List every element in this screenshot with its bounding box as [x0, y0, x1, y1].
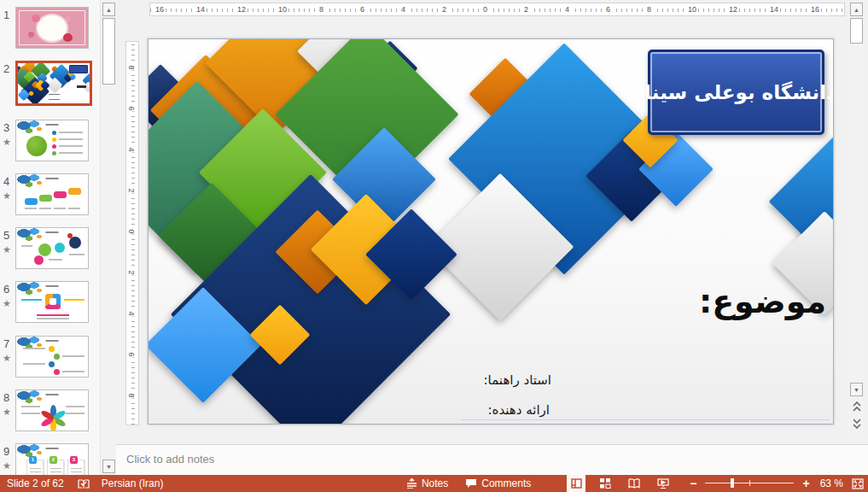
slide-4-art — [16, 174, 88, 214]
zoom-percentage[interactable]: 63 % — [820, 477, 843, 489]
notes-pane[interactable]: Click to add notes — [116, 444, 868, 475]
slide-5-art — [16, 228, 88, 268]
thumbnail-slide-1[interactable]: 1 — [0, 7, 100, 52]
slide-number: 4 — [3, 175, 9, 188]
animation-star-icon: ★ — [3, 244, 11, 255]
slide-number: 2 — [3, 62, 9, 75]
thumbnail-slide-4[interactable]: 4 ★ — [0, 173, 100, 219]
university-logo-text: دانشگاه بوعلی سینا — [644, 81, 834, 103]
scroll-down-button[interactable]: ▼ — [850, 383, 863, 396]
notes-toggle-button[interactable]: Notes — [406, 477, 448, 489]
normal-view-button[interactable] — [567, 475, 585, 492]
presenter-text[interactable]: ارائه دهنده: — [488, 402, 550, 418]
slide-1-art — [16, 8, 88, 48]
slide-9-art: 1 2 3 — [16, 444, 88, 475]
slide-thumbnail-pane: 1 2 — [0, 0, 100, 475]
fit-slide-to-window-button[interactable] — [852, 478, 864, 489]
notes-icon — [406, 478, 417, 489]
slide-number: 5 — [3, 229, 9, 242]
thumbnail-scrollbar-thumb[interactable] — [102, 18, 115, 85]
thumbnail-slide-6[interactable]: 6 ★ — [0, 281, 100, 326]
slide-editing-canvas[interactable]: دانشگاه بوعلی سینا موضوع: استاد راهنما: … — [148, 38, 834, 425]
status-bar: Slide 2 of 62 Persian (Iran) Notes — [0, 475, 868, 492]
slide-3-art — [16, 120, 88, 161]
animation-star-icon: ★ — [3, 190, 11, 202]
supervisor-text[interactable]: استاد راهنما: — [484, 372, 551, 388]
scroll-up-button[interactable]: ▲ — [850, 3, 863, 16]
next-slide-button[interactable] — [850, 417, 863, 430]
animation-star-icon: ★ — [3, 137, 11, 148]
slide-number: 6 — [3, 283, 9, 296]
slide-number: 7 — [3, 337, 9, 350]
horizontal-ruler: 1614121086420246810121416 — [149, 3, 845, 16]
comments-toggle-button[interactable]: Comments — [465, 477, 531, 489]
language-indicator[interactable]: Persian (Iran) — [102, 477, 164, 489]
slide-6-preview[interactable] — [15, 281, 89, 323]
mini-logo — [69, 65, 88, 73]
notes-placeholder-text[interactable]: Click to add notes — [126, 453, 214, 466]
previous-slide-button[interactable] — [850, 400, 863, 413]
university-logo[interactable]: دانشگاه بوعلی سینا — [648, 50, 824, 135]
slide-3-preview[interactable] — [15, 120, 89, 161]
slide-sorter-view-button[interactable] — [596, 475, 615, 492]
powerpoint-window: 1 2 — [0, 0, 868, 492]
animation-star-icon: ★ — [3, 298, 11, 309]
thumbnail-scroll-down-button[interactable]: ▼ — [102, 460, 115, 473]
animation-star-icon: ★ — [3, 407, 11, 418]
slide-9-preview[interactable]: 1 2 3 — [15, 443, 89, 475]
vertical-ruler: 864202468 — [125, 41, 139, 425]
spellcheck-icon[interactable] — [78, 478, 90, 489]
mini-card-badge: 3 — [70, 456, 78, 464]
slide-show-button[interactable] — [654, 475, 673, 492]
zoom-in-button[interactable]: + — [799, 477, 813, 490]
slide-number: 8 — [3, 391, 9, 404]
slide-2-art — [18, 63, 90, 103]
slide-number: 9 — [3, 445, 9, 458]
zoom-slider[interactable] — [705, 475, 794, 492]
slide-number: 3 — [3, 121, 9, 134]
slide-8-art — [16, 390, 88, 430]
reading-view-button[interactable] — [625, 475, 644, 492]
thumbnail-slide-9[interactable]: 9 ★ 1 2 — [0, 443, 100, 475]
thumbnail-slide-5[interactable]: 5 ★ — [0, 227, 100, 272]
slide-number: 1 — [3, 9, 9, 21]
main-scrollbar[interactable]: ▲ ▼ — [848, 0, 865, 444]
slide-counter[interactable]: Slide 2 of 62 — [7, 477, 64, 489]
slide-5-preview[interactable] — [15, 227, 89, 269]
thumbnail-scrollbar[interactable]: ▲ ▼ — [100, 0, 116, 475]
zoom-out-button[interactable]: − — [686, 477, 700, 490]
slide-1-preview[interactable] — [15, 7, 89, 49]
zoom-slider-thumb[interactable] — [731, 478, 734, 488]
thumbnail-slide-7[interactable]: 7 ★ — [0, 336, 100, 381]
thumbnail-slide-2[interactable]: 2 — [0, 61, 100, 109]
thumbnail-slide-8[interactable]: 8 ★ — [0, 390, 100, 435]
mini-card-badge: 1 — [29, 456, 37, 464]
thumbnail-slide-3[interactable]: 3 ★ — [0, 120, 100, 165]
slide-7-art — [16, 337, 88, 377]
comments-icon — [465, 478, 477, 489]
slide-title-placeholder[interactable]: موضوع: — [699, 283, 826, 320]
slide-2-preview-selected[interactable] — [15, 61, 92, 106]
slide-6-art — [16, 282, 88, 322]
mini-card-badge: 2 — [50, 456, 57, 464]
text-placeholder-border — [461, 419, 830, 420]
thumbnail-scroll-up-button[interactable]: ▲ — [102, 3, 115, 16]
animation-star-icon: ★ — [3, 353, 11, 364]
slide-4-preview[interactable] — [15, 173, 89, 215]
slide-8-preview[interactable] — [15, 390, 89, 431]
slide-7-preview[interactable] — [15, 336, 89, 378]
animation-star-icon: ★ — [3, 460, 11, 472]
main-scrollbar-thumb[interactable] — [850, 18, 863, 44]
